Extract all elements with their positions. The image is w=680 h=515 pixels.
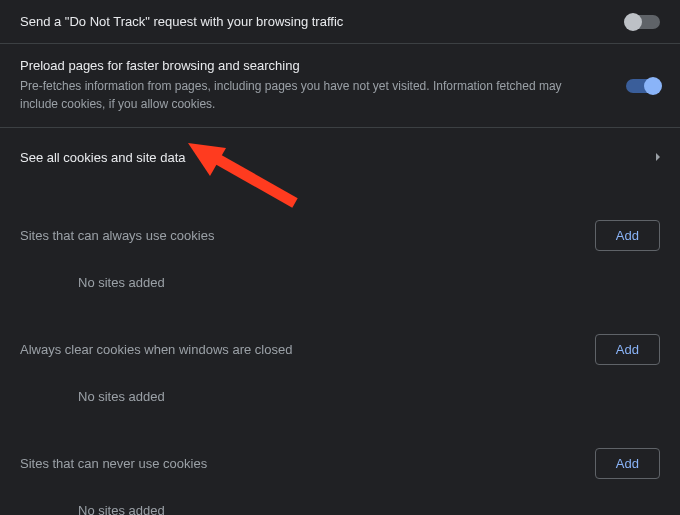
clear-cookies-section: Always clear cookies when windows are cl… — [0, 300, 680, 414]
clear-section-title: Always clear cookies when windows are cl… — [20, 342, 292, 357]
allow-cookies-section: Sites that can always use cookies Add No… — [0, 186, 680, 300]
allow-empty-text: No sites added — [20, 251, 660, 300]
preload-row[interactable]: Preload pages for faster browsing and se… — [0, 44, 680, 128]
do-not-track-label: Send a "Do Not Track" request with your … — [20, 14, 343, 29]
do-not-track-toggle[interactable] — [626, 15, 660, 29]
clear-add-button[interactable]: Add — [595, 334, 660, 365]
allow-section-title: Sites that can always use cookies — [20, 228, 214, 243]
allow-section-header: Sites that can always use cookies Add — [20, 186, 660, 251]
preload-description: Pre-fetches information from pages, incl… — [20, 77, 580, 113]
clear-empty-text: No sites added — [20, 365, 660, 414]
block-section-header: Sites that can never use cookies Add — [20, 414, 660, 479]
chevron-right-icon — [656, 153, 660, 161]
preload-toggle[interactable] — [626, 79, 660, 93]
block-cookies-section: Sites that can never use cookies Add No … — [0, 414, 680, 515]
clear-section-header: Always clear cookies when windows are cl… — [20, 300, 660, 365]
block-add-button[interactable]: Add — [595, 448, 660, 479]
do-not-track-row[interactable]: Send a "Do Not Track" request with your … — [0, 0, 680, 44]
see-all-cookies-link[interactable]: See all cookies and site data — [0, 128, 680, 186]
preload-text: Preload pages for faster browsing and se… — [20, 58, 580, 113]
preload-title: Preload pages for faster browsing and se… — [20, 58, 580, 73]
toggle-knob — [624, 13, 642, 31]
allow-add-button[interactable]: Add — [595, 220, 660, 251]
see-all-cookies-label: See all cookies and site data — [20, 150, 186, 165]
toggle-knob — [644, 77, 662, 95]
block-section-title: Sites that can never use cookies — [20, 456, 207, 471]
block-empty-text: No sites added — [20, 479, 660, 515]
